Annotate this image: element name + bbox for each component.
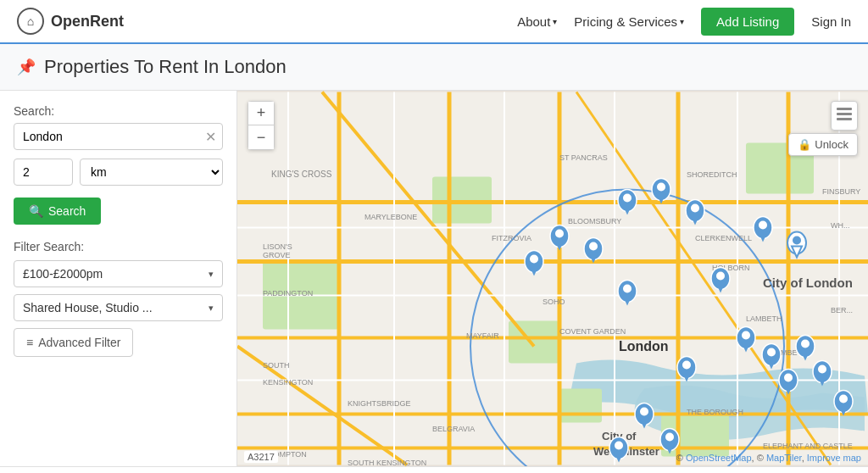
svg-point-76: [793, 236, 801, 245]
layers-icon: [835, 105, 854, 124]
svg-point-94: [742, 331, 750, 340]
svg-text:SHOREDITCH: SHOREDITCH: [687, 170, 737, 179]
svg-text:MAYFAIR: MAYFAIR: [466, 331, 499, 340]
svg-point-115: [665, 433, 674, 442]
svg-point-73: [759, 221, 767, 230]
nav-about[interactable]: About ▾: [517, 14, 557, 29]
svg-text:GROVE: GROVE: [263, 251, 291, 259]
svg-point-112: [640, 408, 648, 416]
sidebar: Search: ✕ km miles 🔍 Search Filter Searc…: [0, 91, 237, 466]
svg-text:FINSBURY: FINSBURY: [822, 187, 860, 196]
logo-text: OpenRent: [51, 13, 124, 31]
lock-icon: 🔒: [798, 138, 811, 151]
layers-button[interactable]: [831, 101, 858, 131]
svg-point-79: [555, 230, 564, 238]
map-svg: City of London London City of Westminste…: [237, 91, 868, 466]
svg-text:SOUTH KENSINGTON: SOUTH KENSINGTON: [348, 459, 426, 467]
radius-input[interactable]: [14, 159, 73, 186]
svg-text:THE BOROUGH: THE BOROUGH: [687, 408, 743, 416]
svg-text:BELGRAVIA: BELGRAVIA: [432, 425, 475, 433]
price-filter-dropdown[interactable]: £100-£2000pm ▾: [14, 260, 223, 287]
about-chevron-icon: ▾: [553, 17, 557, 26]
svg-text:MARYLEBONE: MARYLEBONE: [364, 213, 417, 221]
logo: ⌂ OpenRent: [17, 8, 124, 35]
svg-point-103: [784, 374, 793, 382]
map-area[interactable]: City of London London City of Westminste…: [237, 91, 868, 466]
svg-text:ELEPHANT AND CASTLE: ELEPHANT AND CASTLE: [763, 442, 853, 450]
nav: About ▾ Pricing & Services ▾ Add Listing…: [517, 8, 851, 36]
signin-button[interactable]: Sign In: [811, 14, 851, 29]
footer-bar: Your filtered search is displaying: 28 o…: [0, 466, 868, 473]
type-filter-dropdown[interactable]: Shared House, Studio ... ▾: [14, 294, 223, 321]
svg-point-64: [623, 194, 632, 203]
map-ref-label: A3217: [244, 451, 278, 463]
zoom-in-button[interactable]: +: [248, 102, 274, 125]
svg-text:KENSINGTON: KENSINGTON: [263, 378, 313, 387]
svg-text:BER...: BER...: [831, 306, 853, 314]
nav-pricing[interactable]: Pricing & Services ▾: [574, 14, 684, 29]
svg-text:SOHO: SOHO: [542, 298, 565, 306]
svg-text:COVENT GARDEN: COVENT GARDEN: [559, 327, 626, 336]
filter-icon: ≡: [26, 336, 33, 349]
clear-search-button[interactable]: ✕: [205, 129, 216, 145]
openstreetmap-link[interactable]: OpenStreetMap: [686, 453, 752, 463]
advanced-filter-button[interactable]: ≡ Advanced Filter: [14, 328, 133, 357]
svg-text:PADDINGTON: PADDINGTON: [263, 289, 313, 298]
page-title: Properties To Rent In London: [44, 56, 287, 78]
svg-rect-122: [837, 108, 852, 110]
pricing-chevron-icon: ▾: [680, 17, 684, 26]
price-chevron-icon: ▾: [209, 269, 214, 280]
svg-point-91: [716, 272, 725, 281]
svg-rect-2: [559, 389, 602, 423]
svg-point-82: [530, 255, 538, 264]
svg-text:KING'S CROSS: KING'S CROSS: [271, 170, 332, 179]
logo-icon: ⌂: [17, 8, 44, 35]
svg-text:SOUTH: SOUTH: [263, 361, 290, 370]
svg-text:ST PANCRAS: ST PANCRAS: [559, 153, 608, 162]
search-input[interactable]: [14, 123, 223, 150]
radius-row: km miles: [14, 159, 223, 186]
zoom-out-button[interactable]: −: [248, 125, 274, 149]
svg-point-118: [615, 442, 623, 450]
main-content: Search: ✕ km miles 🔍 Search Filter Searc…: [0, 91, 868, 466]
unlock-button[interactable]: 🔒 Unlock: [788, 133, 858, 156]
improve-map-link[interactable]: Improve map: [807, 453, 861, 463]
radius-unit-select[interactable]: km miles: [80, 159, 223, 186]
svg-point-97: [767, 348, 776, 357]
svg-text:LISON'S: LISON'S: [263, 242, 292, 251]
svg-text:City of London: City of London: [763, 275, 853, 290]
svg-rect-124: [837, 118, 852, 120]
search-input-wrap: ✕: [14, 123, 223, 150]
svg-text:WH...: WH...: [831, 221, 850, 230]
svg-point-67: [657, 183, 665, 192]
svg-point-85: [589, 242, 598, 251]
pin-icon: 📌: [17, 58, 36, 76]
svg-text:LAMBETH: LAMBETH: [746, 314, 782, 323]
svg-text:BLOOMSBURY: BLOOMSBURY: [568, 217, 621, 225]
svg-point-109: [682, 361, 691, 370]
svg-text:London: London: [619, 339, 669, 353]
svg-point-100: [801, 340, 810, 348]
type-chevron-icon: ▾: [209, 303, 214, 314]
search-button[interactable]: 🔍 Search: [14, 198, 101, 225]
map-controls: + −: [248, 101, 275, 150]
svg-rect-123: [837, 113, 852, 115]
svg-text:CLERKENWELL: CLERKENWELL: [695, 234, 752, 242]
search-label: Search:: [14, 104, 223, 118]
maptiler-link[interactable]: MapTiler: [766, 453, 802, 463]
filter-label: Filter Search:: [14, 240, 223, 253]
header: ⌂ OpenRent About ▾ Pricing & Services ▾ …: [0, 0, 868, 44]
page-title-bar: 📌 Properties To Rent In London: [0, 44, 868, 91]
add-listing-button[interactable]: Add Listing: [701, 8, 794, 36]
svg-point-88: [623, 285, 632, 293]
svg-point-121: [839, 395, 848, 403]
search-icon: 🔍: [29, 204, 43, 218]
svg-point-106: [818, 365, 826, 374]
map-attribution: © OpenStreetMap, © MapTiler, Improve map: [676, 453, 861, 463]
svg-text:FITZROVIA: FITZROVIA: [492, 234, 531, 242]
svg-point-70: [691, 204, 699, 213]
svg-text:KNIGHTSBRIDGE: KNIGHTSBRIDGE: [348, 399, 411, 408]
